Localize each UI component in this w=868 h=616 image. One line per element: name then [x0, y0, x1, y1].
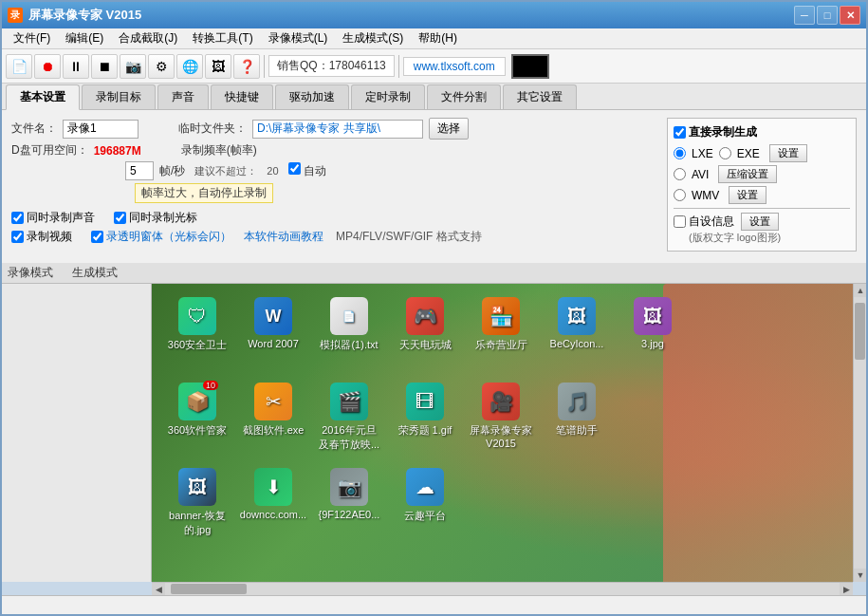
- check-cursor[interactable]: [114, 212, 126, 224]
- icon-game-label: 天天电玩城: [399, 338, 452, 352]
- avi-radio[interactable]: [674, 168, 686, 180]
- icon-game-img: 🎮: [406, 297, 444, 335]
- scroll-thumb-vertical[interactable]: [855, 303, 865, 360]
- compress-button[interactable]: 压缩设置: [718, 165, 777, 183]
- scroll-thumb-horizontal[interactable]: [171, 584, 247, 594]
- desktop-icon-jpg3[interactable]: 🖼 3.jpg: [615, 291, 691, 377]
- lxe-label: LXE: [692, 147, 713, 160]
- scrollbar-horizontal[interactable]: ◀ ▶: [152, 582, 853, 595]
- desktop-icon-cloud[interactable]: ☁ 云趣平台: [387, 462, 463, 548]
- menu-generate-mode[interactable]: 生成模式(S): [335, 28, 411, 48]
- toolbar-url[interactable]: www.tlxsoft.com: [403, 57, 506, 76]
- direct-record-check[interactable]: [674, 126, 686, 139]
- animation-link[interactable]: 本软件动画教程: [244, 229, 323, 245]
- toolbar-help[interactable]: ❓: [233, 54, 260, 79]
- icon-rongxiu-label: 荣秀题 1.gif: [398, 423, 452, 438]
- desktop-icon-becyicon[interactable]: 🖼 BeCyIcon...: [539, 291, 615, 377]
- main-window: 录 屏幕录像专家 V2015 ─ □ ✕ 文件(F) 编辑(E) 合成截取(J)…: [0, 0, 868, 616]
- freq-input[interactable]: [125, 161, 154, 180]
- desktop-icon-photo[interactable]: 📷 {9F122AE0...: [311, 462, 387, 548]
- toolbar-color[interactable]: [511, 54, 549, 79]
- close-button[interactable]: ✕: [840, 6, 860, 25]
- toolbar-record[interactable]: ⏺: [34, 54, 61, 79]
- desktop-icon-game[interactable]: 🎮 天天电玩城: [387, 291, 463, 377]
- desktop-icon-2016[interactable]: 🎬 2016年元旦 及春节放映...: [311, 377, 387, 462]
- check-transparent[interactable]: [91, 231, 103, 243]
- desktop-icon-banner[interactable]: 🖼 banner-恢复 的.jpg: [159, 462, 235, 548]
- settings3-button[interactable]: 设置: [741, 213, 779, 231]
- suggest-prefix: 建议不超过：: [194, 164, 257, 178]
- restore-button[interactable]: □: [817, 6, 838, 25]
- title-bar-left: 录 屏幕录像专家 V2015: [8, 7, 141, 24]
- tab-target[interactable]: 录制目标: [82, 84, 156, 109]
- menu-edit[interactable]: 编辑(E): [58, 28, 111, 48]
- desktop-icon-software[interactable]: 10 📦 360软件管家: [159, 377, 235, 462]
- temp-folder-input[interactable]: [252, 120, 423, 139]
- menu-composite[interactable]: 合成截取(J): [111, 28, 185, 48]
- tab-basic[interactable]: 基本设置: [6, 84, 80, 110]
- icon-photo-img: 📷: [330, 468, 368, 506]
- check-cursor-label: 同时录制光标: [129, 210, 197, 226]
- toolbar-globe[interactable]: 🌐: [176, 54, 203, 79]
- wmv-radio[interactable]: [674, 189, 686, 201]
- check-video-label: 录制视频: [27, 229, 72, 245]
- avi-row: AVI 压缩设置: [674, 165, 850, 183]
- check-transparent-label: 录透明窗体（光标会闪）: [106, 229, 231, 245]
- minimize-button[interactable]: ─: [794, 6, 815, 25]
- desktop-icon-jianpu[interactable]: 🎵 笔谱助手: [539, 377, 615, 462]
- desktop-icon-word[interactable]: W Word 2007: [235, 291, 311, 377]
- toolbar-camera[interactable]: 📷: [120, 54, 146, 79]
- settings1-button[interactable]: 设置: [769, 144, 807, 162]
- menu-record-mode[interactable]: 录像模式(L): [261, 28, 336, 48]
- avi-label: AVI: [692, 168, 709, 181]
- menu-file[interactable]: 文件(F): [6, 28, 58, 48]
- toolbar-stop[interactable]: ⏹: [91, 54, 118, 79]
- scroll-down-arrow[interactable]: ▼: [854, 569, 866, 582]
- toolbar-pause[interactable]: ⏸: [63, 54, 89, 79]
- desktop-icon-dongman[interactable]: 🏪 乐奇营业厅: [463, 291, 539, 377]
- toolbar-picture[interactable]: 🖼: [205, 54, 231, 79]
- auto-info-check[interactable]: [674, 215, 686, 228]
- scrollbar-vertical[interactable]: ▲ ▼: [853, 284, 866, 582]
- icon-banner-img: 🖼: [178, 468, 216, 506]
- desktop-icon-360[interactable]: 🛡 360安全卫士: [159, 291, 235, 377]
- auto-label: 自动: [304, 164, 326, 177]
- desktop-preview: 🛡 360安全卫士 W Word 2007 📄 模拟器(1).txt 🎮 天天电…: [152, 284, 853, 582]
- filename-input[interactable]: [63, 120, 139, 139]
- check-video[interactable]: [11, 231, 24, 243]
- scroll-up-arrow[interactable]: ▲: [854, 284, 866, 297]
- select-folder-button[interactable]: 选择: [429, 118, 469, 140]
- tab-timer[interactable]: 定时录制: [351, 84, 425, 109]
- menu-help[interactable]: 帮助(H): [411, 28, 465, 48]
- mode-bar: 录像模式 生成模式: [2, 263, 866, 284]
- toolbar-new[interactable]: 📄: [6, 54, 32, 79]
- desktop-icon-txt[interactable]: 📄 模拟器(1).txt: [311, 291, 387, 377]
- icon-becyicon-label: BeCyIcon...: [550, 338, 604, 349]
- lxe-radio[interactable]: [674, 147, 686, 159]
- desktop-icon-down[interactable]: ⬇ downcc.com...: [235, 462, 311, 548]
- toolbar-settings[interactable]: ⚙: [148, 54, 175, 79]
- tab-hotkey[interactable]: 快捷键: [211, 84, 273, 109]
- settings2-button[interactable]: 设置: [729, 186, 766, 204]
- title-bar: 录 屏幕录像专家 V2015 ─ □ ✕: [2, 2, 866, 28]
- icon-placeholder-1: [615, 377, 691, 462]
- exe-radio[interactable]: [719, 147, 731, 159]
- tab-other[interactable]: 其它设置: [503, 84, 577, 109]
- desktop-icon-rongxiu[interactable]: 🎞 荣秀题 1.gif: [387, 377, 463, 462]
- auto-info-row: 自设信息 设置: [674, 213, 850, 231]
- tab-driver[interactable]: 驱动加速: [275, 84, 349, 109]
- auto-checkbox[interactable]: [288, 162, 301, 175]
- check-sound[interactable]: [11, 212, 24, 224]
- disk-value: 196887M: [94, 144, 141, 158]
- icon-grid: 🛡 360安全卫士 W Word 2007 📄 模拟器(1).txt 🎮 天天电…: [152, 284, 853, 555]
- desktop-icon-recorder[interactable]: 🎥 屏幕录像专家 V2015: [463, 377, 539, 462]
- direct-record-row: 直接录制生成: [674, 124, 850, 140]
- copyright-hint: (版权文字 logo图形): [689, 231, 850, 245]
- tab-audio[interactable]: 声音: [157, 84, 209, 109]
- menu-convert[interactable]: 转换工具(T): [185, 28, 260, 48]
- checkboxes-row: 同时录制声音 同时录制光标: [11, 210, 657, 226]
- tab-split[interactable]: 文件分割: [427, 84, 501, 109]
- scroll-right-arrow[interactable]: ▶: [840, 583, 853, 595]
- desktop-icon-jietu[interactable]: ✂ 截图软件.exe: [235, 377, 311, 462]
- scroll-left-arrow[interactable]: ◀: [152, 583, 165, 595]
